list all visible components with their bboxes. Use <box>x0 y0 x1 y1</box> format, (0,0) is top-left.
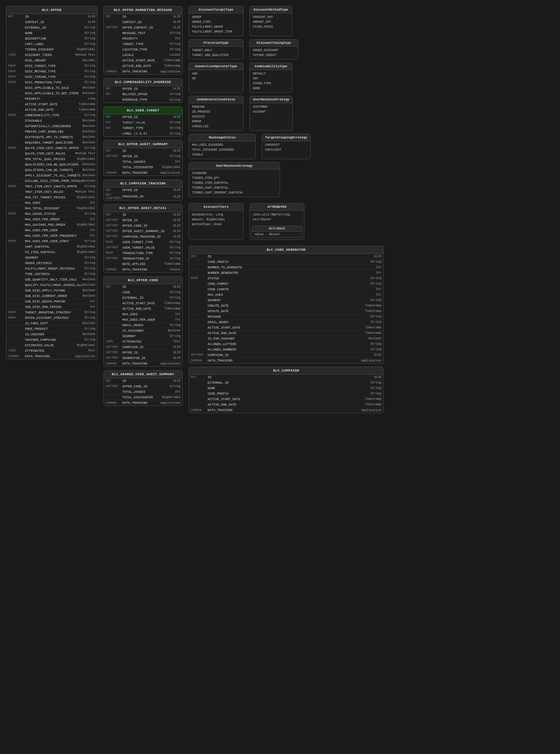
table-row: SOFTREFOFFER_CODE_IDULID <box>104 223 182 228</box>
table-row: SOFTREFOFFER_IDString <box>104 154 182 159</box>
row-name: NUMBER_GENERATED <box>207 271 376 275</box>
row-name: LABEL (1.8.6) <box>122 132 169 136</box>
table-row: MAX_USESInt <box>6 200 97 206</box>
row-type: Medium Text <box>75 152 95 155</box>
row-type: ULID <box>173 345 180 349</box>
row-prefix: SOFTREF <box>106 229 122 233</box>
row-prefix: JSON <box>8 349 25 352</box>
row-prefix: SOFTREF <box>106 351 122 354</box>
row-type: String <box>371 386 381 390</box>
col-2: BLC_OFFER_MARKETING_MESSAGE KEYIDULIDCON… <box>103 6 183 406</box>
table-row: APPLY_DISCOUNT_TO_ALL_TARGETSBoolean <box>6 173 97 178</box>
table-row: USE_QUANTITY_ONLY_TIER_CALCBoolean <box>6 277 97 282</box>
row-type: Application <box>160 362 180 365</box>
table-row: MAX_USES_PER_USER_FREQUENCYInt <box>6 233 97 239</box>
row-name: TARGET_VALUE <box>122 121 169 124</box>
row-type: String <box>169 323 180 327</box>
row-name: TRANSACTION_ID <box>122 257 169 261</box>
row-type: Text <box>173 340 180 343</box>
row-type: Long <box>88 97 95 100</box>
table-row: ENUMTRANSACTION_TYPEString <box>104 250 182 256</box>
row-type: String <box>84 64 95 67</box>
row-name: CART_SUBTOTAL <box>25 245 77 249</box>
table-row: KEYIDULID <box>104 378 182 384</box>
row-type: BigDecimal <box>77 207 95 210</box>
row-type: Timestamp <box>164 64 180 67</box>
row-name: MAX_USES_PER_USER_STRAT <box>25 240 84 243</box>
blc-offer-code-header: BLC_OFFER_CODE <box>104 277 182 284</box>
table-row: QUALIFIERS_CAN_BE_TARGETSBoolean <box>6 167 97 173</box>
row-type: BigDecimal <box>77 250 95 254</box>
table-row: PRIORITYLong <box>6 96 97 102</box>
blc-omm-rows: KEYIDULIDCONTEXT_IDULIDSOFTREFOFFER_CONT… <box>104 14 182 74</box>
blc-oc-rows: KEYIDULIDCODEStringEXTERNAL_IDStringACTI… <box>104 284 182 366</box>
row-name: EXTERNAL_ID <box>25 26 84 29</box>
connective-operator-type-box: ConnectiveOperatorType ANDOR <box>189 63 243 93</box>
row-name: SUB_DISC_END_PERIOD <box>25 305 90 309</box>
row-name: ID <box>122 15 173 19</box>
table-row: TIERED_DISCOUNTBigDecimal <box>6 47 97 52</box>
row-name: DESCRIPTION <box>25 37 84 40</box>
table-row: KEYIDULID <box>104 284 182 290</box>
table-row: CODE_PREFIXString <box>189 259 383 265</box>
row-prefix: ENUM <box>8 75 25 79</box>
row-name: FG_ITEM_SUBTOTAL <box>25 250 77 254</box>
table-row: MAX_USESInt <box>104 311 182 317</box>
table-row: IS_FOR_VOUCHERBoolean <box>189 336 383 341</box>
row-type: Timestamp <box>164 59 180 62</box>
table-row: COMMONDATA_TRACKINGTenant <box>104 267 182 272</box>
table-row: EMAIL_REGEXString <box>189 320 383 325</box>
row-prefix: ENUM <box>106 251 122 255</box>
blc-offer-marketing-message-table: BLC_OFFER_MARKETING_MESSAGE KEYIDULIDCON… <box>103 6 183 75</box>
row-type: String <box>84 212 95 216</box>
row-name: STACKABLE <box>25 119 82 123</box>
row-type: ULID <box>374 375 381 379</box>
row-prefix: COMMON <box>106 268 122 271</box>
row-type: String <box>84 256 95 259</box>
row-prefix: ENUM <box>8 311 25 314</box>
row-type: String <box>169 385 180 388</box>
table-row: ACTIVE_END_DATETimestamp <box>104 63 182 69</box>
row-type: String <box>84 311 95 314</box>
table-row: ENUMDISC_METHOD_TYPEString <box>6 69 97 74</box>
table-row: CONTEXT_IDULID <box>104 19 182 25</box>
row-prefix: KEY <box>106 115 122 119</box>
row-type: ULID <box>173 285 180 288</box>
row-prefix: ENUM <box>8 240 25 243</box>
row-name: DISC_TARGET_TYPE <box>25 64 84 68</box>
row-type: Timestamp <box>164 307 180 310</box>
blc-campaign-header: BLC_CAMPAIGN <box>189 367 383 374</box>
table-row: KEYTARGET_VALUEString <box>104 120 182 125</box>
row-type: BigDecimal <box>162 165 180 169</box>
row-name: TOTAL_USAGES <box>122 160 175 164</box>
row-name: USER_TARGET_TYPE <box>122 240 169 244</box>
row-type: String <box>84 185 95 188</box>
row-prefix: SOFTREF <box>106 219 122 222</box>
blc-offer-header: BLC_OFFER <box>6 6 97 14</box>
row-type: String <box>371 260 381 264</box>
row-type: Boolean <box>82 332 95 336</box>
row-name: OFFER_AUDIT_SUMMARY_ID <box>122 229 173 233</box>
table-row: ENUMOFFER_DISCOUNT_STRATEGYString <box>6 315 97 321</box>
row-type: String <box>371 315 381 318</box>
row-prefix: KEY <box>106 126 122 130</box>
table-row: ENUMMAX_USES_PER_USER_STRATString <box>6 239 97 244</box>
table-row: ACTIVE_END_DATETimestamp <box>189 330 383 336</box>
row-type: Application <box>361 359 381 362</box>
table-row: COMMONDATA_TRACKINGApplication <box>6 353 97 359</box>
table-row: KEY (SOFTREF)TRACKING_IDULID <box>104 193 182 200</box>
row-type: Medium Text <box>75 190 95 193</box>
blc-offer-marketing-message-header: BLC_OFFER_MARKETING_MESSAGE <box>104 6 182 14</box>
proration-type-header: ProrationType <box>189 40 243 46</box>
table-row: MIN_TOT_TARGET_PRICESBigDecimal <box>6 195 97 200</box>
attribute-inner-content: value : Object <box>252 231 302 237</box>
row-type: String <box>371 299 381 302</box>
blc-user-target-header: BLC_USER_TARGET <box>104 107 182 115</box>
row-type: BigDecimal <box>77 48 95 51</box>
row-type: Boolean <box>82 322 95 325</box>
row-name: IS_FREE_GIFT <box>25 322 82 325</box>
table-row: ALLOWED_LETTERSString <box>189 341 383 347</box>
proration-type-values: TARGET_ONLYTARGET_AND_QUALIFIER <box>189 46 243 59</box>
row-prefix: ENUM <box>8 316 25 320</box>
row-type: Int <box>376 271 381 274</box>
